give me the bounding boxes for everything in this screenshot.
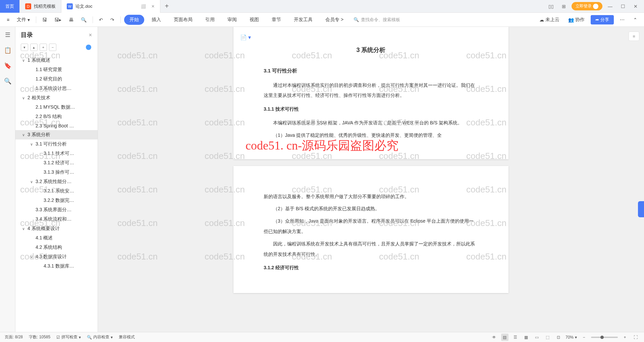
add-tab-button[interactable]: + [160,2,174,10]
spell-check[interactable]: ☑ 拼写检查 ▾ [56,334,81,340]
outline-item[interactable]: ∨3.2 系统性能分… [15,177,98,186]
outline-item[interactable]: ∨3.1 可行性分析 [15,139,98,149]
more-icon[interactable]: ⋯ [617,16,627,24]
share-icon: ➦ [595,17,599,22]
collapse-right-icon[interactable]: ≡ [629,32,639,41]
collab-icon: 👥 [568,17,574,22]
fullscreen-icon[interactable]: ⛶ [632,334,639,341]
zoom-out-icon[interactable]: − [580,334,588,341]
save-icon[interactable]: 🖫 [40,16,50,24]
outline-item[interactable]: 4.1 概述 [15,233,98,243]
zoom-slider[interactable] [591,337,618,338]
outline-item[interactable]: ∨2 相关技术 [15,93,98,103]
layout-icon[interactable]: ▯▯ [546,1,556,11]
file-menu[interactable]: 文件 ▾ [14,15,33,24]
collapse-ribbon-icon[interactable]: ⌃ [631,16,640,24]
menu-layout[interactable]: 页面布局 [168,15,198,25]
word-count[interactable]: 字数: 10585 [29,334,50,340]
login-button[interactable]: 立即登录 [572,2,602,10]
menu-review[interactable]: 审阅 [222,15,242,25]
outline-item[interactable]: 4.3.1 数据库… [15,262,98,271]
outline-item[interactable]: 2.2 B/S 结构 [15,112,98,121]
menu-view[interactable]: 视图 [244,15,264,25]
tab-home[interactable]: 首页 [0,0,20,13]
outline-close-icon[interactable]: ✕ [89,33,92,38]
eye-mode-icon[interactable]: 👁 [490,334,498,341]
menu-insert[interactable]: 插入 [146,15,166,25]
outline-item[interactable]: 1.2 研究目的 [15,74,98,84]
menu-ref[interactable]: 引用 [200,15,220,25]
maximize-icon[interactable]: ☐ [618,1,628,11]
redo-icon[interactable]: ↷ [108,16,117,24]
para: （2）基于 B/S 模式的系统的开发已发展日趋成熟。 [264,204,478,214]
preview-icon[interactable]: 🔍 [78,16,89,24]
outline-item-label: 1.1 研究背景 [36,67,62,73]
bookmark-rail-icon[interactable]: 🔖 [4,62,12,70]
command-search[interactable]: 🔍查找命令、搜索模板 [351,15,403,24]
page-view-icon[interactable]: ▤ [501,334,508,341]
outline-item-label: 4 系统概要设计 [28,226,60,232]
cloud-status[interactable]: ☁未上云 [537,15,562,24]
content-check[interactable]: 🔍 内容检查 ▾ [87,334,113,340]
outline-item[interactable]: ∨3 系统分析 [15,130,98,139]
menu-devtools[interactable]: 开发工具 [288,15,318,25]
outline-item[interactable]: 3.1.2 经济可… [15,158,98,168]
ai-assistant-icon[interactable] [85,44,92,51]
zoom-level[interactable]: 70% ▾ [566,335,577,340]
tab-maximize-icon[interactable]: ⬜ [141,4,146,9]
menu-button[interactable]: ≡ [4,16,12,24]
share-button[interactable]: ➦分享 [591,15,614,24]
outline-tree[interactable]: ∨1 系统概述1.1 研究背景1.2 研究目的1.3 系统设计思…∨2 相关技术… [15,53,98,332]
outline-item[interactable]: 2.1 MYSQL 数据… [15,103,98,112]
outline-item-label: 1 系统概述 [28,57,50,63]
tab-template[interactable]: D 找稻壳模板 [20,0,61,13]
save-as-icon[interactable]: 🖫▸ [52,16,64,24]
outline-item[interactable]: 1.1 研究背景 [15,65,98,74]
outline-item[interactable]: 3.4 系统流程和… [15,215,98,224]
zoom-in-icon[interactable]: + [621,334,629,341]
apps-icon[interactable]: ⊞ [559,1,569,11]
tab-close-icon[interactable]: ✕ [151,4,155,9]
outline-item-label: 3 系统分析 [28,132,50,138]
web-view-icon[interactable]: ▦ [523,334,530,341]
template-icon: D [25,3,31,9]
page-indicator[interactable]: 页面: 8/28 [5,334,23,340]
caret-icon: ∨ [30,142,34,147]
outline-item[interactable]: 3.1.1 技术可… [15,149,98,158]
compat-mode[interactable]: 兼容模式 [119,334,135,340]
side-tab[interactable] [638,201,644,217]
outline-item[interactable]: 3.1.3 操作可… [15,168,98,177]
outline-item[interactable]: 3.3 系统界面分… [15,205,98,215]
document-area[interactable]: ≡ 📄 ▾ 3 系统分析 3.1 可行性分析 通过对本编程训练系统实行的目的初步… [98,27,644,332]
menu-start[interactable]: 开始 [124,15,144,25]
outline-rail-icon[interactable]: ☰ [4,31,12,39]
clipboard-rail-icon[interactable]: 📋 [4,46,12,54]
collapse-all-icon[interactable]: ▾ [21,44,28,51]
outline-item[interactable]: ∨4 系统概要设计 [15,224,98,233]
expand-all-icon[interactable]: ▴ [30,44,38,51]
search-rail-icon[interactable]: 🔍 [4,77,12,85]
outline-item[interactable]: 3.2.2 数据完… [15,196,98,205]
menu-member[interactable]: 会员专 > [320,15,349,25]
close-icon[interactable]: ✕ [631,1,641,11]
add-heading-icon[interactable]: + [40,44,47,51]
outline-item[interactable]: 1.3 系统设计思… [15,84,98,93]
menu-chapter[interactable]: 章节 [266,15,286,25]
outline-item[interactable]: 3.2.1 系统安… [15,186,98,196]
minimize-icon[interactable]: — [605,1,615,11]
print-icon[interactable]: 🖶 [66,16,76,24]
read-view-icon[interactable]: ▭ [533,334,541,341]
outline-view-icon[interactable]: ☰ [512,334,519,341]
tab-document[interactable]: W 论文.doc ⬜ ✕ [61,0,160,13]
status-bar: 页面: 8/28 字数: 10585 ☑ 拼写检查 ▾ 🔍 内容检查 ▾ 兼容模… [0,332,644,342]
remove-heading-icon[interactable]: − [49,44,56,51]
outline-item[interactable]: 2.3 Spring Boot … [15,121,98,130]
outline-item[interactable]: ∨4.3 数据库设计 [15,252,98,262]
undo-icon[interactable]: ↶ [96,16,106,24]
focus-view-icon[interactable]: ⬚ [544,334,551,341]
zoom-fit-icon[interactable]: ⊡ [555,334,562,341]
outline-item[interactable]: ∨1 系统概述 [15,56,98,65]
outline-item[interactable]: 4.2 系统结构 [15,243,98,252]
collab-button[interactable]: 👥协作 [566,15,587,24]
page-tools[interactable]: 📄 ▾ [240,32,251,43]
